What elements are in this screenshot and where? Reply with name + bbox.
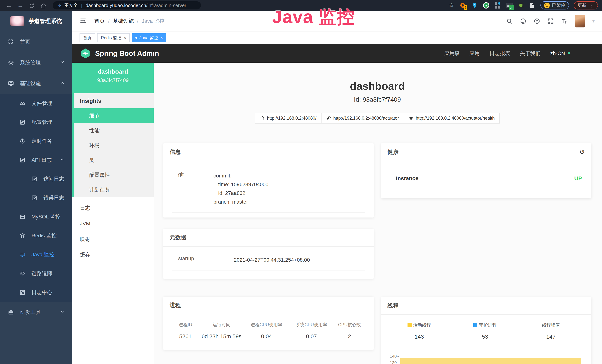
grid-extension-icon[interactable] bbox=[494, 2, 501, 9]
info-git-row: git commit: time: 1596289704000 id: 27aa… bbox=[172, 170, 365, 213]
close-icon[interactable]: × bbox=[124, 35, 126, 40]
search-icon[interactable] bbox=[506, 18, 513, 24]
sba-nav-applications[interactable]: 应用 bbox=[469, 50, 480, 57]
sidebar-item-home[interactable]: 首页 bbox=[0, 32, 72, 52]
puzzle-extensions-icon[interactable] bbox=[528, 2, 536, 9]
pin-extension-icon[interactable] bbox=[471, 2, 478, 9]
tab-home[interactable]: 首页 bbox=[80, 33, 95, 42]
instance-id-label: Id: 93a3fc7f7409 bbox=[163, 96, 591, 103]
chevron-down-icon bbox=[60, 309, 65, 315]
history-icon[interactable]: ↺ bbox=[579, 148, 585, 156]
insight-item-classes[interactable]: 类 bbox=[74, 153, 154, 168]
orange-extension-icon[interactable]: 1 bbox=[459, 2, 466, 9]
sidebar-item-logs[interactable]: 日志 bbox=[72, 200, 154, 216]
tab-bar: 首页 Redis 监控 × Java 监控 × bbox=[72, 32, 602, 44]
insight-item-metrics[interactable]: 性能 bbox=[74, 123, 154, 138]
sidebar-item-mysql-monitor[interactable]: MySQL 监控 bbox=[0, 207, 72, 226]
log-edit-icon bbox=[20, 157, 25, 163]
service-url-link[interactable]: http://192.168.0.2:48080/ bbox=[255, 113, 322, 124]
status-badge: UP bbox=[574, 175, 582, 182]
active-dot-icon bbox=[135, 37, 137, 39]
metadata-panel-title: 元数据 bbox=[170, 234, 186, 241]
sidebar-item-log-center[interactable]: 日志中心 bbox=[0, 283, 72, 302]
metadata-key: startup bbox=[178, 256, 234, 264]
insight-item-scheduled-tasks[interactable]: 计划任务 bbox=[74, 182, 154, 197]
browser-back-icon[interactable]: ← bbox=[4, 2, 14, 9]
sba-nav-journal[interactable]: 日志报表 bbox=[489, 50, 510, 57]
health-panel-title: 健康 bbox=[387, 148, 399, 156]
legend-live-threads: 活动线程 143 bbox=[386, 322, 452, 340]
health-url-link[interactable]: http://192.168.0.2:48080/actuator/health bbox=[404, 113, 500, 124]
actuator-url-link[interactable]: http://192.168.0.2:48080/actuator bbox=[321, 113, 404, 124]
address-bar[interactable]: ⚠ 不安全 | dashboard.yudao.iocoder.cn/infra… bbox=[53, 1, 201, 10]
process-panel-title: 进程 bbox=[170, 301, 181, 309]
process-pid: 5261 bbox=[171, 333, 200, 340]
spring-boot-admin-header: Spring Boot Admin 应用墙 应用 日志报表 关于我们 zh-CN… bbox=[72, 44, 602, 63]
monitor-icon bbox=[20, 252, 25, 257]
sidebar-item-schedule[interactable]: 定时任务 bbox=[0, 132, 72, 150]
user-menu-caret-icon[interactable]: ▾ bbox=[592, 19, 595, 24]
avatar-emoji-icon bbox=[544, 3, 550, 8]
browser-forward-icon[interactable]: → bbox=[16, 2, 25, 9]
health-instance-label: Instance bbox=[396, 175, 419, 182]
browser-home-icon[interactable] bbox=[39, 2, 48, 9]
green-y-extension-icon[interactable]: y bbox=[483, 2, 489, 9]
legend-daemon-threads: 守护进程 53 bbox=[452, 322, 518, 340]
leaf-extension-icon[interactable] bbox=[518, 2, 524, 8]
collapse-sidebar-icon[interactable] bbox=[80, 18, 86, 25]
gear-icon bbox=[8, 60, 14, 65]
chart-plot-area bbox=[400, 348, 584, 364]
sidebar: 芋道管理系统 首页 系统管理 基础设施 文件管理 bbox=[0, 11, 72, 364]
github-icon[interactable] bbox=[520, 18, 526, 24]
instance-header[interactable]: dashboard 93a3fc7f7409 bbox=[72, 63, 154, 93]
sidebar-item-system[interactable]: 系统管理 bbox=[0, 52, 72, 73]
breadcrumb-infrastructure[interactable]: 基础设施 bbox=[113, 18, 134, 25]
sidebar-item-jvm[interactable]: JVM bbox=[72, 216, 154, 231]
sba-nav-wallboard[interactable]: 应用墙 bbox=[444, 50, 460, 57]
sidebar-item-trace[interactable]: 链路追踪 bbox=[0, 264, 72, 283]
log-center-icon bbox=[20, 290, 25, 295]
breadcrumb: 首页 / 基础设施 / Java 监控 bbox=[94, 18, 165, 25]
breadcrumb-home[interactable]: 首页 bbox=[94, 18, 105, 25]
sidebar-item-redis-monitor[interactable]: Redis 监控 bbox=[0, 226, 72, 245]
tab-java-monitor[interactable]: Java 监控 × bbox=[132, 33, 166, 42]
page-title: dashboard bbox=[163, 80, 591, 92]
insights-group: Insights 细节 性能 环境 类 配置属性 计划任务 bbox=[72, 93, 154, 197]
fullscreen-icon[interactable] bbox=[548, 18, 554, 24]
locale-selector[interactable]: zh-CN ▼ bbox=[550, 50, 571, 56]
sba-nav-about[interactable]: 关于我们 bbox=[520, 50, 541, 57]
instance-id: 93a3fc7f7409 bbox=[72, 77, 154, 83]
sidebar-item-infrastructure[interactable]: 基础设施 bbox=[0, 73, 72, 94]
dashboard-icon bbox=[8, 39, 14, 45]
sidebar-item-access-log[interactable]: 访问日志 bbox=[0, 170, 72, 188]
close-icon[interactable]: × bbox=[160, 35, 163, 40]
metadata-value: 2021-04-27T00:44:31.254+08:00 bbox=[234, 256, 310, 264]
bookmark-star-icon[interactable]: ☆ bbox=[449, 1, 454, 9]
app-logo[interactable]: 芋道管理系统 bbox=[0, 11, 72, 32]
list-extension-icon[interactable]: on bbox=[506, 2, 513, 9]
sidebar-item-api-log[interactable]: API 日志 bbox=[0, 150, 72, 170]
sidebar-item-file-manage[interactable]: 文件管理 bbox=[0, 94, 72, 113]
browser-update-button[interactable]: 更新 ⋮ bbox=[574, 1, 598, 10]
insight-item-details[interactable]: 细节 bbox=[74, 108, 154, 123]
user-avatar[interactable] bbox=[575, 15, 585, 27]
profile-paused-button[interactable]: 已暂停 bbox=[540, 1, 569, 10]
browser-menu-icon[interactable]: ⋮ bbox=[589, 3, 594, 8]
sidebar-item-caches[interactable]: 缓存 bbox=[72, 247, 154, 263]
sidebar-item-config-manage[interactable]: 配置管理 bbox=[0, 113, 72, 132]
font-size-icon[interactable] bbox=[561, 18, 568, 24]
insight-item-environment[interactable]: 环境 bbox=[74, 138, 154, 153]
home-icon bbox=[260, 116, 265, 120]
insight-item-config-props[interactable]: 配置属性 bbox=[74, 168, 154, 182]
sidebar-item-java-monitor[interactable]: Java 监控 bbox=[0, 245, 72, 264]
breadcrumb-current: Java 监控 bbox=[142, 18, 165, 25]
help-icon[interactable] bbox=[534, 18, 540, 24]
browser-reload-icon[interactable] bbox=[27, 2, 37, 9]
sidebar-item-error-log[interactable]: 错误日志 bbox=[0, 188, 72, 207]
spring-boot-admin-title: Spring Boot Admin bbox=[95, 50, 159, 57]
sidebar-item-devtools[interactable]: 研发工具 bbox=[0, 302, 72, 323]
tab-redis-monitor[interactable]: Redis 监控 × bbox=[97, 33, 129, 42]
process-uptime: 6d 23h 15m 59s bbox=[200, 333, 243, 340]
live-threads-area bbox=[400, 358, 581, 364]
sidebar-item-mappings[interactable]: 映射 bbox=[72, 231, 154, 247]
